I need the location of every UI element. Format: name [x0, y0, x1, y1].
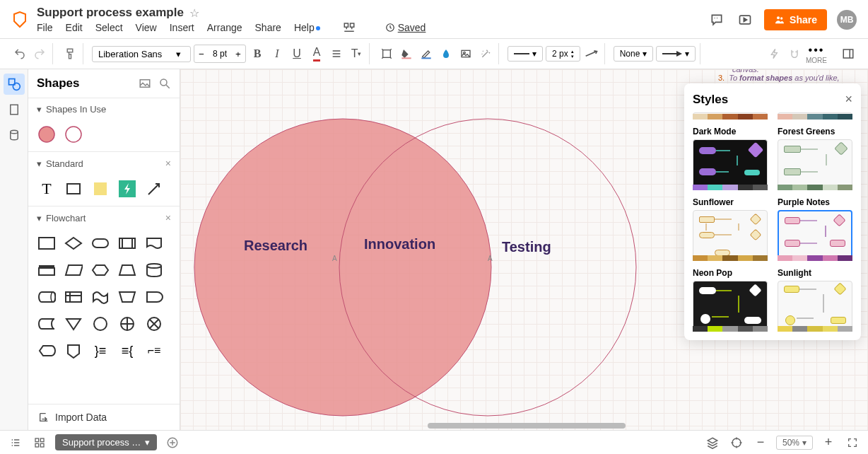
- zoom-select[interactable]: 50%▾: [776, 436, 813, 450]
- fc-merge[interactable]: [64, 314, 83, 334]
- image-button[interactable]: [457, 45, 474, 62]
- shapes-image-icon[interactable]: [139, 77, 151, 90]
- fc-delay[interactable]: [144, 287, 164, 307]
- text-color-button[interactable]: A: [308, 45, 325, 62]
- section-shapes-in-use[interactable]: ▾Shapes In Use: [28, 98, 180, 120]
- fc-display[interactable]: [37, 341, 57, 361]
- fc-manual[interactable]: [117, 287, 137, 307]
- menu-file[interactable]: File: [37, 22, 53, 33]
- rail-shapes-button[interactable]: [4, 74, 25, 95]
- list-view-icon[interactable]: [7, 434, 24, 451]
- panels-toggle-button[interactable]: [840, 45, 857, 62]
- menu-arrange[interactable]: Arrange: [207, 22, 242, 33]
- line-width-select[interactable]: 2 px▴▾: [546, 46, 580, 62]
- font-size-stepper[interactable]: − 8 pt +: [194, 45, 246, 63]
- canvas[interactable]: canvas. 3.To format shapes as you'd like…: [180, 69, 868, 430]
- venn-diagram[interactable]: [187, 112, 668, 423]
- fc-trap[interactable]: [117, 260, 137, 280]
- find-icon[interactable]: [343, 21, 356, 34]
- section-standard[interactable]: ▾Standard×: [28, 152, 180, 175]
- magic-button[interactable]: [477, 45, 494, 62]
- fc-note[interactable]: ⌐≡: [144, 341, 164, 361]
- user-avatar[interactable]: MB: [837, 10, 857, 30]
- line-arrow-button[interactable]: [583, 45, 600, 62]
- line-color-button[interactable]: [418, 45, 435, 62]
- fc-terminator[interactable]: [90, 233, 110, 253]
- fc-connector[interactable]: [90, 314, 110, 334]
- close-flowchart-icon[interactable]: ×: [165, 212, 171, 223]
- target-icon[interactable]: [728, 434, 745, 451]
- std-rect[interactable]: [64, 179, 83, 199]
- fc-stored[interactable]: [37, 314, 57, 334]
- rail-data-button[interactable]: [4, 124, 25, 146]
- fc-document[interactable]: [144, 233, 164, 253]
- shape-in-use-1[interactable]: [37, 124, 57, 144]
- text-options-button[interactable]: T▾: [348, 45, 365, 62]
- font-size-minus[interactable]: −: [194, 45, 209, 62]
- std-note[interactable]: [90, 179, 110, 199]
- line-style-select[interactable]: ▾: [508, 46, 543, 62]
- arrow-start-select[interactable]: None▾: [614, 46, 654, 62]
- fc-brace2[interactable]: ≡{: [117, 341, 137, 361]
- more-button[interactable]: •••MORE: [806, 44, 827, 64]
- menu-edit[interactable]: Edit: [66, 22, 83, 33]
- magnet-icon[interactable]: [786, 45, 803, 62]
- bold-button[interactable]: B: [249, 45, 266, 62]
- fc-brace1[interactable]: }≡: [90, 341, 110, 361]
- format-painter-button[interactable]: [61, 45, 78, 62]
- arrow-end-select[interactable]: ▾: [656, 46, 696, 62]
- align-button[interactable]: [328, 45, 345, 62]
- style-card-neon-pop[interactable]: Neon Pop: [693, 268, 768, 332]
- font-size-value[interactable]: 8 pt: [209, 49, 231, 59]
- std-bolt[interactable]: [117, 179, 137, 199]
- shape-box-button[interactable]: [378, 45, 395, 62]
- section-flowchart[interactable]: ▾Flowchart×: [28, 206, 180, 229]
- fc-internal[interactable]: [64, 287, 83, 307]
- fullscreen-button[interactable]: [844, 434, 861, 451]
- favorite-icon[interactable]: ☆: [189, 6, 199, 20]
- venn-label-right[interactable]: Testing: [502, 239, 551, 255]
- fc-hexagon[interactable]: [90, 260, 110, 280]
- import-data-button[interactable]: Import Data: [28, 404, 180, 430]
- font-select[interactable]: Liberation Sans▾: [92, 46, 191, 62]
- grid-view-icon[interactable]: [31, 434, 48, 451]
- share-button[interactable]: Share: [764, 9, 827, 30]
- shapes-search-icon[interactable]: [158, 77, 171, 90]
- menu-help[interactable]: Help: [294, 22, 320, 33]
- canvas-scrollbar[interactable]: [428, 423, 626, 429]
- fc-data[interactable]: [64, 260, 83, 280]
- venn-label-left[interactable]: Research: [244, 238, 307, 254]
- shadow-button[interactable]: [438, 45, 454, 62]
- fc-decision[interactable]: [64, 233, 83, 253]
- close-standard-icon[interactable]: ×: [165, 158, 171, 169]
- italic-button[interactable]: I: [269, 45, 286, 62]
- zoom-in-button[interactable]: +: [820, 434, 837, 451]
- fc-predefined[interactable]: [117, 233, 137, 253]
- lightning-icon[interactable]: [766, 45, 783, 62]
- fc-database[interactable]: [144, 260, 164, 280]
- style-card-purple-notes[interactable]: Purple Notes: [778, 197, 852, 261]
- comment-icon[interactable]: [708, 11, 726, 29]
- menu-share[interactable]: Share: [255, 22, 281, 33]
- page-tab[interactable]: Support process …▾: [55, 434, 157, 450]
- close-styles-icon[interactable]: ×: [845, 92, 852, 107]
- font-size-plus[interactable]: +: [231, 45, 245, 62]
- redo-button[interactable]: [31, 45, 48, 62]
- menu-select[interactable]: Select: [95, 22, 123, 33]
- shape-in-use-2[interactable]: [64, 124, 83, 144]
- fc-offpage[interactable]: [64, 341, 83, 361]
- underline-button[interactable]: U: [288, 45, 305, 62]
- fc-process[interactable]: [37, 233, 57, 253]
- fc-direct[interactable]: [37, 287, 57, 307]
- style-card-forest-greens[interactable]: Forest Greens: [778, 127, 852, 190]
- std-text[interactable]: T: [37, 179, 57, 199]
- fc-or[interactable]: [117, 314, 137, 334]
- add-page-button[interactable]: [164, 434, 181, 451]
- fill-color-button[interactable]: [398, 45, 415, 62]
- fc-sum[interactable]: [144, 314, 164, 334]
- venn-label-mid[interactable]: Innovation: [364, 236, 435, 252]
- style-card-dark-mode[interactable]: Dark Mode: [693, 127, 768, 190]
- save-status[interactable]: Saved: [385, 22, 426, 33]
- menu-view[interactable]: View: [136, 22, 157, 33]
- zoom-out-button[interactable]: −: [752, 434, 769, 451]
